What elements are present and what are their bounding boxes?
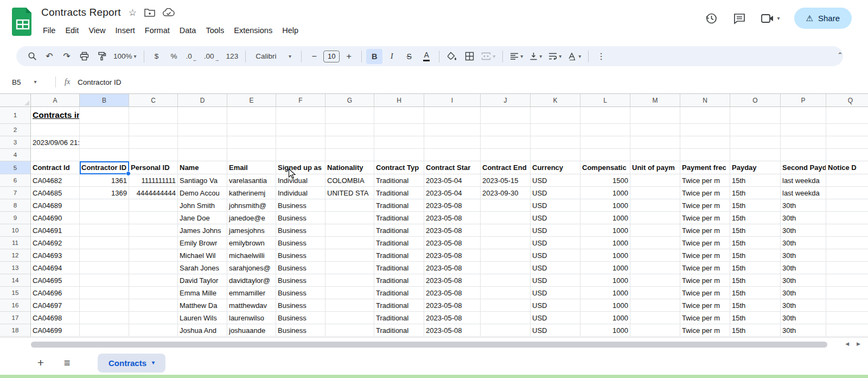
formula-input[interactable]: Contractor ID <box>78 78 121 86</box>
scroll-left-button[interactable]: ◀ <box>845 341 849 346</box>
bold-button[interactable]: B <box>366 49 382 64</box>
cell-F1[interactable] <box>276 107 326 124</box>
cell-O3[interactable] <box>730 136 781 149</box>
cell-D5[interactable]: Name <box>178 161 227 174</box>
cell-D7[interactable]: Demo Accou <box>178 187 227 199</box>
menu-help[interactable]: Help <box>277 24 303 37</box>
column-header-P[interactable]: P <box>781 94 826 106</box>
column-header-H[interactable]: H <box>374 94 424 106</box>
cell-H3[interactable] <box>374 136 424 149</box>
document-title[interactable]: Contracts Report <box>41 7 121 18</box>
cell-G6[interactable]: COLOMBIA <box>326 174 374 187</box>
cell-G4[interactable] <box>326 149 374 161</box>
text-wrap-button[interactable]: ▾ <box>546 49 564 64</box>
cell-M7[interactable] <box>630 187 680 199</box>
fill-color-button[interactable] <box>444 49 460 64</box>
cell-M14[interactable] <box>630 274 680 287</box>
cell-D18[interactable]: Joshua And <box>178 324 227 337</box>
cloud-status-icon[interactable] <box>163 8 175 17</box>
cell-H17[interactable]: Traditional <box>374 312 424 324</box>
cell-N9[interactable]: Twice per m <box>680 212 730 224</box>
cell-B12[interactable] <box>80 249 129 262</box>
cell-D4[interactable] <box>178 149 227 161</box>
cell-P11[interactable]: 30th <box>781 237 826 249</box>
column-header-J[interactable]: J <box>481 94 531 106</box>
cell-F14[interactable]: Business <box>276 274 326 287</box>
column-header-L[interactable]: L <box>580 94 630 106</box>
cell-M11[interactable] <box>630 237 680 249</box>
cell-G3[interactable] <box>326 136 374 149</box>
cell-A5[interactable]: Contract Id <box>31 161 80 174</box>
cell-K17[interactable]: USD <box>531 312 580 324</box>
cell-E13[interactable]: sarahjones@ <box>227 262 276 274</box>
cell-E10[interactable]: jamesjohns <box>227 224 276 237</box>
cell-O6[interactable]: 15th <box>730 174 781 187</box>
cell-J3[interactable] <box>481 136 531 149</box>
increase-decimal-button[interactable]: .00→ <box>201 49 222 64</box>
cell-H8[interactable]: Traditional <box>374 199 424 212</box>
column-header-E[interactable]: E <box>227 94 276 106</box>
cell-A6[interactable]: CA04682 <box>31 174 80 187</box>
cell-M18[interactable] <box>630 324 680 337</box>
cell-C14[interactable] <box>129 274 178 287</box>
menu-edit[interactable]: Edit <box>60 24 84 37</box>
menu-view[interactable]: View <box>84 24 110 37</box>
cell-D3[interactable] <box>178 136 227 149</box>
cell-I5[interactable]: Contract Star <box>424 161 481 174</box>
cell-L5[interactable]: Compensatic <box>580 161 630 174</box>
cell-I17[interactable]: 2023-05-08 <box>424 312 481 324</box>
cell-N15[interactable]: Twice per m <box>680 287 730 299</box>
cell-P5[interactable]: Second Payd <box>781 161 826 174</box>
cell-B3[interactable] <box>80 136 129 149</box>
cell-E1[interactable] <box>227 107 276 124</box>
cell-K10[interactable]: USD <box>531 224 580 237</box>
cell-D10[interactable]: James Johns <box>178 224 227 237</box>
row-header-5[interactable]: 5 <box>0 161 31 174</box>
decrease-font-size-button[interactable]: − <box>306 49 322 64</box>
cell-I16[interactable]: 2023-05-08 <box>424 299 481 312</box>
cell-D9[interactable]: Jane Doe <box>178 212 227 224</box>
cell-D8[interactable]: John Smith <box>178 199 227 212</box>
cell-G8[interactable] <box>326 199 374 212</box>
cell-O18[interactable]: 15th <box>730 324 781 337</box>
video-call-caret-icon[interactable]: ▾ <box>777 16 780 21</box>
menu-format[interactable]: Format <box>140 24 175 37</box>
strikethrough-button[interactable]: S <box>401 49 417 64</box>
cell-O11[interactable]: 15th <box>730 237 781 249</box>
cell-E5[interactable]: Email <box>227 161 276 174</box>
search-icon[interactable] <box>24 49 40 64</box>
decrease-decimal-button[interactable]: .0← <box>183 49 200 64</box>
menu-extensions[interactable]: Extensions <box>229 24 277 37</box>
row-header-1[interactable]: 1 <box>0 107 31 124</box>
cell-M5[interactable]: Unit of paym <box>630 161 680 174</box>
cell-P7[interactable]: last weekda <box>781 187 826 199</box>
row-header-9[interactable]: 9 <box>0 212 31 224</box>
cell-A7[interactable]: CA04685 <box>31 187 80 199</box>
cell-N5[interactable]: Payment frec <box>680 161 730 174</box>
cell-H7[interactable]: Traditional <box>374 187 424 199</box>
cell-M3[interactable] <box>630 136 680 149</box>
cell-A13[interactable]: CA04694 <box>31 262 80 274</box>
cell-C15[interactable] <box>129 287 178 299</box>
cell-L14[interactable]: 1000 <box>580 274 630 287</box>
cell-N13[interactable]: Twice per m <box>680 262 730 274</box>
cell-N1[interactable] <box>680 107 730 124</box>
cell-F7[interactable]: Individual <box>276 187 326 199</box>
cell-K12[interactable]: USD <box>531 249 580 262</box>
cell-P2[interactable] <box>781 124 826 136</box>
cell-C18[interactable] <box>129 324 178 337</box>
cell-A11[interactable]: CA04692 <box>31 237 80 249</box>
cell-B1[interactable] <box>80 107 129 124</box>
cell-J18[interactable] <box>481 324 531 337</box>
cell-O4[interactable] <box>730 149 781 161</box>
cell-B11[interactable] <box>80 237 129 249</box>
cell-P12[interactable]: 30th <box>781 249 826 262</box>
sheets-logo-icon[interactable] <box>12 7 34 36</box>
cell-I13[interactable]: 2023-05-08 <box>424 262 481 274</box>
cell-I11[interactable]: 2023-05-08 <box>424 237 481 249</box>
cell-C17[interactable] <box>129 312 178 324</box>
cell-F5[interactable]: Signed up as <box>276 161 326 174</box>
cell-H14[interactable]: Traditional <box>374 274 424 287</box>
cell-H5[interactable]: Contract Typ <box>374 161 424 174</box>
cell-H2[interactable] <box>374 124 424 136</box>
